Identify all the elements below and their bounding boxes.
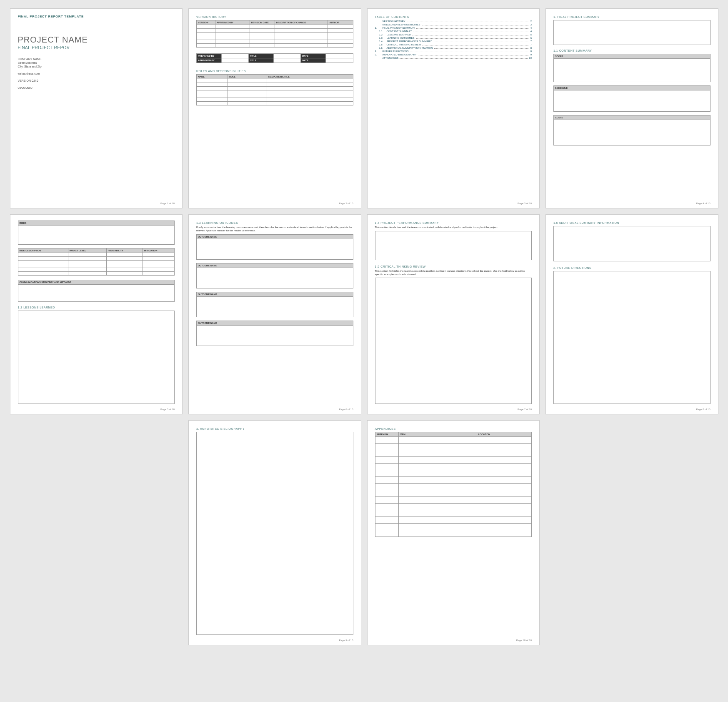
critical-thinking-box [375,278,532,404]
schedule-box: SCHEDULE [553,85,710,112]
final-summary-box [553,20,710,45]
page-8: 1.6 ADDITIONAL SUMMARY INFORMATION 2. FU… [545,214,718,414]
date-label: DATE [301,54,326,58]
bibliography-heading: 3. ANNOTATED BIBLIOGRAPHY [196,427,353,430]
comms-label: COMMUNICATIONS STRATEGY AND METHODS [18,280,175,285]
date-label-2: DATE [301,58,326,63]
scope-box: SCOPE [553,54,710,82]
toc-item: 1.FINAL PROJECT SUMMARY4 [375,27,532,29]
table-row [375,464,532,470]
col-author: AUTHOR [328,20,353,25]
risk-table: RISK DESCRIPTION IMPACT LEVEL PROBABILIT… [18,248,175,276]
table-row [375,524,532,530]
toc-item: 1.6ADDITIONAL SUMMARY INFORMATION8 [375,47,532,49]
page-footer: Page 2 of 10 [339,202,353,205]
table-row [18,253,175,257]
col-version: VERSION [197,20,215,25]
roles-heading: ROLES AND RESPONSIBILITIES [196,70,353,73]
doc-header: FINAL PROJECT REPORT TEMPLATE [18,15,175,18]
table-row [375,470,532,477]
content-summary-heading: 1.1 CONTENT SUMMARY [553,49,710,52]
page-5: RISKS RISK DESCRIPTION IMPACT LEVEL PROB… [10,214,183,414]
page-footer: Page 3 of 10 [518,202,532,205]
outcome-label: OUTCOME NAME [197,235,353,239]
costs-box: COSTS [553,115,710,145]
table-row [375,450,532,457]
table-row [18,272,175,276]
critical-thinking-desc: This section highlights the team's appro… [375,270,532,276]
subtitle: FINAL PROJECT REPORT [18,45,175,50]
lessons-heading: 1.2 LESSONS LEARNED [18,306,175,309]
performance-heading: 1.4 PROJECT PERFORMANCE SUMMARY [375,221,532,224]
title-label: TITLE [249,54,274,58]
schedule-label: SCHEDULE [554,86,710,90]
scope-label: SCOPE [554,54,710,59]
toc-item: 1.4PROJECT PERFORMANCE SUMMARY7 [375,40,532,43]
table-row [197,83,353,87]
toc-item: ROLES AND RESPONSIBILITIES2 [375,23,532,26]
comms-box: COMMUNICATIONS STRATEGY AND METHODS [18,280,175,302]
approved-by-label: APPROVED BY [197,58,222,63]
learning-outcomes-desc: Briefly summarize how the learning outco… [196,226,353,233]
table-row [375,490,532,497]
page-grid: FINAL PROJECT REPORT TEMPLATE PROJECT NA… [10,8,718,645]
version-history-table: VERSION APPROVED BY REVISION DATE DESCRI… [196,20,353,48]
bibliography-box [196,432,353,635]
version-line: VERSION 0.0.0 [18,79,175,82]
table-row [197,90,353,94]
outcome-box-1: OUTCOME NAME [196,234,353,260]
col-item: ITEM [398,432,477,437]
additional-summary-heading: 1.6 ADDITIONAL SUMMARY INFORMATION [553,221,710,224]
performance-desc: This section details how well the team c… [375,226,532,229]
page-footer: Page 4 of 10 [696,202,710,205]
outcome-label: OUTCOME NAME [197,321,353,326]
final-summary-heading: 1. FINAL PROJECT SUMMARY [553,15,710,18]
page-6: 1.3 LEARNING OUTCOMES Briefly summarize … [188,214,361,414]
table-row [197,102,353,105]
toc-item: APPENDICES10 [375,57,532,59]
appendices-heading: APPENDICES [375,427,532,430]
lessons-box [18,311,175,404]
page-2: VERSION HISTORY VERSION APPROVED BY REVI… [188,8,361,208]
table-row [197,25,353,29]
company-name: COMPANY NAME [18,58,175,60]
title-label-2: TITLE [249,58,274,63]
table-row [375,444,532,450]
prepared-by-label: PREPARED BY [197,54,222,58]
col-approved-by: APPROVED BY [215,20,250,25]
col-appendix: APPENDIX [375,432,398,437]
page-1: FINAL PROJECT REPORT TEMPLATE PROJECT NA… [10,8,183,208]
performance-box [375,231,532,260]
web-address: webaddress.com [18,72,175,75]
version-history-heading: VERSION HISTORY [196,15,353,18]
page-footer: Page 1 of 10 [160,202,175,205]
table-row [18,268,175,272]
table-row [375,497,532,504]
col-mitigation: MITIGATION [143,248,174,253]
table-row [375,504,532,510]
toc-list: VERSION HISTORY2ROLES AND RESPONSIBILITI… [375,20,532,59]
table-row [197,29,353,33]
page-footer: Page 7 of 10 [518,408,532,411]
outcome-box-4: OUTCOME NAME [196,321,353,346]
col-location: LOCATION [477,432,531,437]
risks-label: RISKS [18,221,175,226]
table-row [375,530,532,537]
table-row [375,457,532,464]
project-name: PROJECT NAME [18,35,175,45]
outcome-box-3: OUTCOME NAME [196,292,353,317]
toc-item: 1.3LEARNING OUTCOMES6 [375,37,532,39]
toc-item: 1.1CONTENT SUMMARY4 [375,30,532,33]
toc-item: 2.FUTURE DIRECTIONS8 [375,50,532,53]
table-row [197,33,353,36]
learning-outcomes-heading: 1.3 LEARNING OUTCOMES [196,221,353,224]
table-row [197,36,353,40]
signoff-table: PREPARED BY TITLE DATE APPROVED BY TITLE… [196,53,353,63]
toc-item: 1.5CRITICAL THINKING REVIEW7 [375,43,532,46]
risks-box: RISKS [18,221,175,245]
page-footer: Page 5 of 10 [160,408,175,411]
outcome-label: OUTCOME NAME [197,263,353,268]
outcome-label: OUTCOME NAME [197,292,353,297]
street-address: Street Address [18,61,175,64]
page-7: 1.4 PROJECT PERFORMANCE SUMMARY This sec… [367,214,540,414]
